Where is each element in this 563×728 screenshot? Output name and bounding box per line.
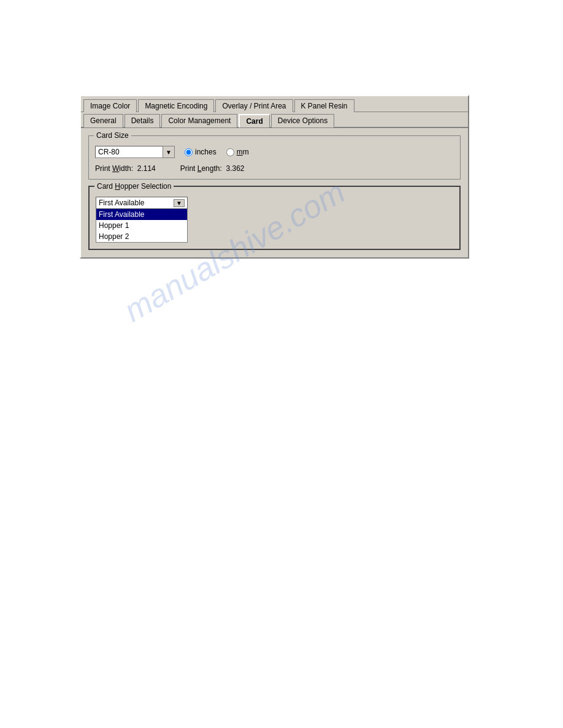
hopper-select-row: First Available ▼ First Available Hopper… (96, 194, 453, 243)
tab-magnetic-encoding[interactable]: Magnetic Encoding (138, 99, 214, 112)
radio-inches[interactable]: inches (185, 148, 216, 156)
hopper-selected-value: First Available (99, 199, 174, 207)
radio-inches-input[interactable] (185, 148, 193, 156)
card-size-legend: Card Size (94, 131, 131, 140)
dialog-container: Image Color Magnetic Encoding Overlay / … (80, 95, 469, 259)
card-size-groupbox: Card Size CR-80 CR-79 Custom ▼ inch (88, 135, 461, 180)
card-size-select[interactable]: CR-80 CR-79 Custom (95, 146, 175, 158)
tab-details[interactable]: Details (124, 114, 161, 127)
tab-row-2: General Details Color Management Card De… (81, 112, 468, 127)
hopper-select-collapsed[interactable]: First Available ▼ (96, 197, 188, 209)
hopper-option-first-available[interactable]: First Available (96, 209, 187, 220)
card-hopper-groupbox: Card Hopper Selection First Available ▼ … (88, 186, 461, 250)
print-width-label: Print Width: 2.114 (95, 164, 156, 173)
tab-color-management[interactable]: Color Management (161, 114, 237, 127)
tab-k-panel-resin[interactable]: K Panel Resin (294, 99, 354, 112)
unit-radio-group: inches mm (185, 148, 249, 156)
hopper-option-hopper1[interactable]: Hopper 1 (96, 220, 187, 231)
radio-mm[interactable]: mm (226, 148, 249, 156)
tab-device-options[interactable]: Device Options (271, 114, 334, 127)
hopper-option-hopper2[interactable]: Hopper 2 (96, 231, 187, 242)
print-dimensions: Print Width: 2.114 Print Length: 3.362 (95, 164, 454, 173)
tab-image-color[interactable]: Image Color (83, 99, 137, 112)
dialog-content: Card Size CR-80 CR-79 Custom ▼ inch (81, 127, 468, 257)
hopper-dropdown-list: First Available Hopper 1 Hopper 2 (96, 209, 188, 243)
radio-mm-input[interactable] (226, 148, 234, 156)
print-length-label: Print Length: 3.362 (180, 164, 245, 173)
hopper-select-container: First Available ▼ First Available Hopper… (96, 194, 188, 243)
card-size-row: CR-80 CR-79 Custom ▼ inches mm (95, 146, 454, 158)
card-size-select-wrapper: CR-80 CR-79 Custom ▼ (95, 146, 175, 158)
card-hopper-legend: Card Hopper Selection (94, 182, 174, 191)
tab-overlay-print-area[interactable]: Overlay / Print Area (215, 99, 293, 112)
tab-general[interactable]: General (83, 114, 123, 127)
tab-row-1: Image Color Magnetic Encoding Overlay / … (81, 96, 468, 112)
tab-card[interactable]: Card (239, 114, 269, 127)
hopper-dropdown-arrow-icon: ▼ (174, 199, 185, 207)
